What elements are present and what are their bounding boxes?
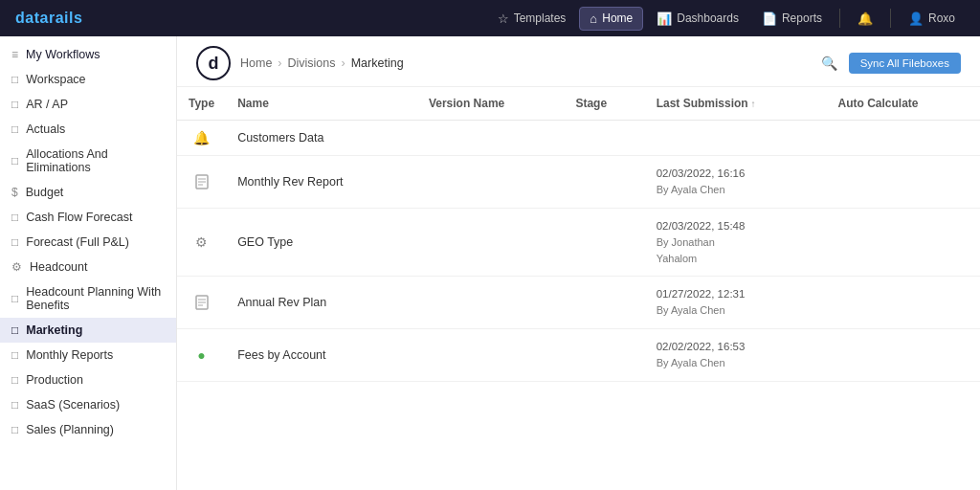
- col-auto-calculate: Auto Calculate: [827, 87, 981, 121]
- row5-type: ●: [177, 328, 226, 381]
- logo-char: d: [209, 54, 219, 74]
- row3-type: ⚙: [177, 208, 226, 276]
- sidebar-label-headcount: Headcount: [30, 260, 87, 274]
- datarails-logo-icon: d: [196, 46, 231, 80]
- circle-green-type-icon: ●: [189, 347, 214, 363]
- sidebar-item-cash-flow[interactable]: □ Cash Flow Forecast: [0, 205, 176, 230]
- reports-icon: 📄: [762, 11, 777, 26]
- row1-submission: [645, 121, 827, 156]
- col-stage: Stage: [564, 87, 644, 121]
- sidebar-label-sales: Sales (Planning): [26, 423, 114, 436]
- nav-home[interactable]: ⌂ Home: [579, 7, 643, 31]
- nav-dashboards[interactable]: 📊 Dashboards: [647, 8, 748, 30]
- nav-bell[interactable]: 🔔: [848, 8, 882, 30]
- row5-submission: 02/02/2022, 16:53 By Ayala Chen: [645, 328, 827, 381]
- doc-type-icon2: [189, 295, 214, 310]
- saas-icon: □: [11, 398, 18, 412]
- star-icon: ☆: [498, 11, 509, 26]
- breadcrumb-divisions[interactable]: Divisions: [288, 56, 336, 70]
- submission-info: 01/27/2022, 12:31 By Ayala Chen: [657, 286, 815, 319]
- sidebar-label-saas: SaaS (Scenarios): [26, 398, 120, 412]
- sidebar-item-my-workflows[interactable]: ≡ My Workflows: [0, 42, 176, 67]
- sidebar-label-budget: Budget: [26, 186, 64, 199]
- nav-divider2: [890, 9, 891, 28]
- cash-flow-icon: □: [11, 211, 18, 224]
- sidebar-item-production[interactable]: □ Production: [0, 368, 176, 392]
- dashboards-icon: 📊: [657, 11, 672, 26]
- bell-type-icon: 🔔: [189, 130, 214, 145]
- row1-name: Customers Data: [226, 121, 417, 156]
- content-header: d Home › Divisions › Marketing 🔍 Sync Al…: [177, 36, 980, 87]
- marketing-icon: □: [11, 323, 18, 337]
- budget-icon: $: [11, 186, 18, 199]
- sidebar-item-workspace[interactable]: □ Workspace: [0, 67, 176, 92]
- sidebar-item-sales[interactable]: □ Sales (Planning): [0, 417, 176, 442]
- headcount-benefits-icon: □: [11, 292, 18, 305]
- sidebar-item-forecast[interactable]: □ Forecast (Full P&L): [0, 230, 176, 255]
- app-logo: datarails: [15, 10, 82, 27]
- nav-user[interactable]: 👤 Roxo: [899, 8, 965, 30]
- bell-icon: 🔔: [858, 11, 873, 26]
- table-row: Monthly Rev Report 02/03/2022, 16:16 By …: [177, 156, 980, 209]
- sidebar-item-headcount[interactable]: ⚙ Headcount: [0, 255, 176, 279]
- gear-type-icon: ⚙: [189, 234, 214, 250]
- sales-icon: □: [11, 423, 18, 436]
- actuals-icon: □: [11, 122, 18, 136]
- user-icon: 👤: [908, 11, 924, 26]
- row3-name: GEO Type: [226, 208, 417, 276]
- sidebar-label-monthly-reports: Monthly Reports: [26, 348, 113, 362]
- table-body: 🔔 Customers Data: [177, 121, 980, 382]
- row5-name: Fees by Account: [226, 328, 417, 381]
- user-name: Roxo: [928, 11, 955, 25]
- sync-all-fileboxes-button[interactable]: Sync All Fileboxes: [849, 53, 961, 74]
- sidebar-item-ar-ap[interactable]: □ AR / AP: [0, 92, 176, 117]
- sidebar-label-ar-ap: AR / AP: [26, 98, 68, 111]
- row1-version: [417, 121, 565, 156]
- row4-type: [177, 277, 226, 329]
- col-version: Version Name: [417, 87, 565, 121]
- row2-type: [177, 156, 226, 209]
- top-navigation: datarails ☆ Templates ⌂ Home 📊 Dashboard…: [0, 0, 980, 36]
- table-header: Type Name Version Name Stage Last Submis…: [177, 87, 980, 121]
- nav-reports-label: Reports: [782, 11, 822, 25]
- sidebar-item-allocations[interactable]: □ Allocations And Eliminations: [0, 142, 176, 180]
- sidebar-item-saas[interactable]: □ SaaS (Scenarios): [0, 392, 176, 417]
- row4-submission: 01/27/2022, 12:31 By Ayala Chen: [645, 277, 827, 329]
- row3-auto: [827, 208, 981, 276]
- sidebar-label-forecast: Forecast (Full P&L): [26, 235, 129, 249]
- col-type: Type: [177, 87, 226, 121]
- search-button[interactable]: 🔍: [817, 52, 841, 75]
- nav-dashboards-label: Dashboards: [677, 11, 739, 25]
- nav-reports[interactable]: 📄 Reports: [752, 8, 832, 30]
- nav-templates-label: Templates: [514, 11, 567, 25]
- row2-name: Monthly Rev Report: [226, 156, 417, 209]
- row2-stage: [564, 156, 644, 209]
- nav-home-label: Home: [602, 11, 633, 25]
- nav-templates[interactable]: ☆ Templates: [488, 8, 576, 30]
- allocations-icon: □: [11, 154, 18, 167]
- table-row: ⚙ GEO Type 02/03/2022, 15:48 By Jonathan…: [177, 208, 980, 276]
- table-row: Annual Rev Plan 01/27/2022, 12:31 By Aya…: [177, 277, 980, 329]
- logo-text: datarails: [15, 10, 82, 26]
- sidebar-item-marketing[interactable]: □ Marketing: [0, 318, 176, 343]
- main-content: d Home › Divisions › Marketing 🔍 Sync Al…: [177, 36, 980, 490]
- row4-name: Annual Rev Plan: [226, 277, 417, 329]
- breadcrumb: Home › Divisions › Marketing: [240, 56, 404, 70]
- col-last-submission[interactable]: Last Submission: [645, 87, 827, 121]
- sidebar-item-headcount-benefits[interactable]: □ Headcount Planning With Benefits: [0, 279, 176, 318]
- row1-stage: [564, 121, 644, 156]
- breadcrumb-home[interactable]: Home: [240, 56, 272, 70]
- sidebar-item-monthly-reports[interactable]: □ Monthly Reports: [0, 343, 176, 368]
- workflows-icon: ≡: [11, 48, 18, 61]
- nav-items: ☆ Templates ⌂ Home 📊 Dashboards 📄 Report…: [488, 7, 965, 31]
- breadcrumb-marketing: Marketing: [351, 56, 404, 70]
- row2-version: [417, 156, 565, 209]
- row4-auto: [827, 277, 981, 329]
- sidebar-label-allocations: Allocations And Eliminations: [26, 147, 165, 174]
- sidebar-label-cash-flow: Cash Flow Forecast: [26, 211, 132, 224]
- row3-stage: [564, 208, 644, 276]
- sidebar-item-budget[interactable]: $ Budget: [0, 180, 176, 205]
- sidebar-item-actuals[interactable]: □ Actuals: [0, 117, 176, 142]
- sidebar-label-marketing: Marketing: [26, 323, 82, 337]
- nav-divider: [839, 9, 840, 28]
